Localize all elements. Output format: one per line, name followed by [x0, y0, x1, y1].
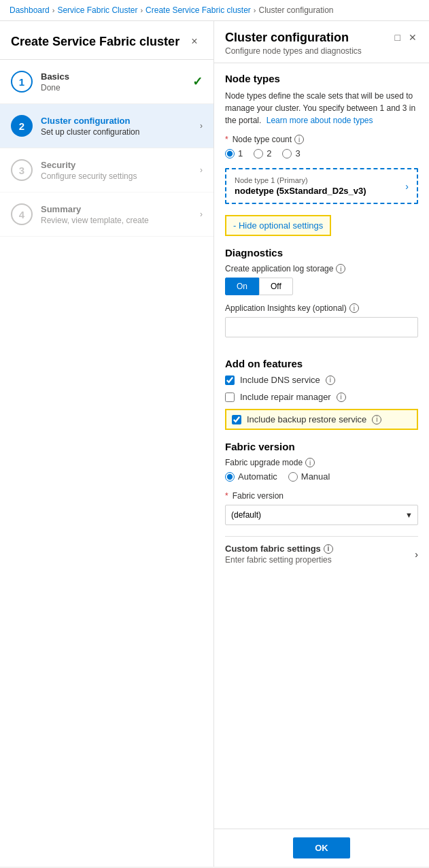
right-panel: Cluster configuration Configure node typ… — [214, 21, 429, 867]
node-type-box-text: Node type 1 (Primary) nodetype (5xStanda… — [235, 176, 366, 196]
hide-optional-settings-btn[interactable]: - Hide optional settings — [225, 215, 331, 236]
custom-fabric-chevron-icon: › — [415, 549, 418, 560]
step-4-chevron-icon: › — [200, 210, 203, 219]
step-1-title: Basics — [41, 71, 192, 82]
app-insights-input[interactable] — [225, 317, 418, 337]
step-3-title: Security — [41, 160, 200, 170]
breadcrumb-sep-2: › — [140, 6, 143, 14]
node-count-info-icon: i — [294, 135, 304, 144]
required-star-node-count: * — [225, 135, 228, 144]
custom-fabric-left: Custom fabric settings i Enter fabric se… — [225, 544, 333, 565]
repair-manager-row: Include repair manager i — [225, 392, 418, 402]
wizard-title: Create Service Fabric cluster — [11, 35, 179, 49]
step-2[interactable]: 2 Cluster configuration Set up cluster c… — [0, 104, 213, 148]
node-types-description: Node types define the scale sets that wi… — [225, 90, 418, 127]
backup-restore-info-icon: i — [372, 415, 381, 424]
step-3[interactable]: 3 Security Configure security settings › — [0, 148, 213, 193]
left-header: Create Service Fabric cluster × — [0, 21, 213, 60]
upgrade-mode-radio-group: Automatic Manual — [225, 471, 418, 482]
diagnostics-title: Diagnostics — [225, 247, 418, 258]
step-2-title: Cluster configuration — [41, 116, 200, 126]
breadcrumb-sep-1: › — [52, 6, 55, 14]
diagnostics-section: Diagnostics Create application log stora… — [225, 247, 418, 347]
step-1[interactable]: 1 Basics Done ✓ — [0, 60, 213, 104]
left-panel: Create Service Fabric cluster × 1 Basics… — [0, 21, 214, 867]
breadcrumb-fabric-cluster[interactable]: Service Fabric Cluster — [57, 5, 137, 15]
backup-restore-label[interactable]: Include backup restore service — [247, 414, 366, 424]
custom-fabric-subtitle: Enter fabric setting properties — [225, 555, 333, 565]
node-type-1-label: Node type 1 (Primary) — [235, 176, 366, 184]
step-3-text: Security Configure security settings — [41, 160, 200, 181]
right-content: Node types Node types define the scale s… — [214, 63, 429, 829]
fabric-version-field-label: * Fabric version — [225, 491, 418, 501]
log-storage-off-button[interactable]: Off — [259, 278, 293, 295]
node-count-option-3[interactable]: 3 — [282, 148, 300, 158]
breadcrumb: Dashboard › Service Fabric Cluster › Cre… — [0, 0, 429, 21]
step-4-subtitle: Review, view template, create — [41, 216, 200, 225]
log-storage-on-button[interactable]: On — [225, 278, 259, 295]
maximize-button[interactable]: □ — [394, 31, 402, 44]
steps-list: 1 Basics Done ✓ 2 Cluster configuration … — [0, 60, 213, 867]
step-4-text: Summary Review, view template, create — [41, 204, 200, 225]
node-type-count-label: * Node type count i — [225, 135, 418, 144]
step-1-subtitle: Done — [41, 83, 192, 93]
step-4-title: Summary — [41, 204, 200, 214]
node-count-option-2[interactable]: 2 — [254, 148, 271, 158]
upgrade-mode-manual[interactable]: Manual — [288, 471, 330, 482]
right-panel-subtitle: Configure node types and diagnostics — [225, 46, 362, 56]
bottom-bar: OK — [214, 829, 429, 867]
fabric-version-section: Fabric version Fabric upgrade mode i Aut… — [225, 441, 418, 525]
upgrade-mode-info-icon: i — [305, 458, 315, 467]
step-3-subtitle: Configure security settings — [41, 171, 200, 181]
fabric-version-select-wrapper: (default) ▼ — [225, 505, 418, 525]
right-header-icons: □ ✕ — [394, 31, 418, 44]
app-insights-label: Application Insights key (optional) i — [225, 303, 418, 313]
node-type-chevron-icon: › — [405, 181, 409, 192]
breadcrumb-dashboard[interactable]: Dashboard — [10, 5, 50, 15]
step-3-chevron-icon: › — [200, 165, 203, 175]
dns-service-row: Include DNS service i — [225, 375, 418, 385]
step-2-chevron-icon: › — [200, 121, 203, 131]
node-count-option-1[interactable]: 1 — [225, 148, 243, 158]
breadcrumb-sep-3: › — [254, 6, 256, 14]
node-types-section-title: Node types — [225, 73, 418, 84]
addon-section-title: Add on features — [225, 358, 418, 369]
required-star-fabric-version: * — [225, 491, 228, 501]
close-button[interactable]: × — [186, 33, 203, 50]
custom-fabric-settings-row[interactable]: Custom fabric settings i Enter fabric se… — [225, 536, 418, 571]
node-type-1-box[interactable]: Node type 1 (Primary) nodetype (5xStanda… — [225, 168, 418, 204]
main-container: Create Service Fabric cluster × 1 Basics… — [0, 21, 429, 867]
backup-restore-row: Include backup restore service i — [225, 409, 418, 430]
step-1-check-icon: ✓ — [192, 74, 203, 89]
right-header: Cluster configuration Configure node typ… — [214, 21, 429, 63]
step-4[interactable]: 4 Summary Review, view template, create … — [0, 193, 213, 237]
step-1-text: Basics Done — [41, 71, 192, 93]
repair-manager-label[interactable]: Include repair manager — [240, 392, 331, 402]
step-2-subtitle: Set up cluster configuration — [41, 127, 200, 137]
dns-service-checkbox[interactable] — [225, 375, 235, 385]
breadcrumb-create-cluster[interactable]: Create Service Fabric cluster — [145, 5, 251, 15]
repair-manager-info-icon: i — [337, 393, 346, 402]
upgrade-mode-automatic[interactable]: Automatic — [225, 471, 277, 482]
dns-service-label[interactable]: Include DNS service — [240, 375, 320, 385]
app-insights-info-icon: i — [349, 303, 359, 313]
learn-more-link[interactable]: Learn more about node types — [267, 116, 373, 125]
step-3-circle: 3 — [11, 159, 33, 181]
step-4-circle: 4 — [11, 203, 33, 225]
node-type-1-value: nodetype (5xStandard_D2s_v3) — [235, 186, 366, 196]
upgrade-mode-label: Fabric upgrade mode i — [225, 458, 418, 467]
custom-fabric-info-icon: i — [324, 544, 333, 554]
node-type-count-radio-group: 1 2 3 — [225, 148, 418, 158]
log-storage-info-icon: i — [336, 264, 345, 273]
close-panel-button[interactable]: ✕ — [407, 31, 418, 44]
fabric-version-title: Fabric version — [225, 441, 418, 452]
step-1-circle: 1 — [11, 71, 33, 93]
fabric-version-select[interactable]: (default) — [225, 505, 418, 525]
custom-fabric-title: Custom fabric settings i — [225, 544, 333, 554]
right-panel-title: Cluster configuration — [225, 31, 362, 45]
repair-manager-checkbox[interactable] — [225, 393, 235, 402]
ok-button[interactable]: OK — [293, 837, 350, 858]
backup-restore-checkbox[interactable] — [232, 415, 241, 424]
breadcrumb-current: Cluster configuration — [258, 5, 333, 15]
right-header-left: Cluster configuration Configure node typ… — [225, 31, 362, 56]
